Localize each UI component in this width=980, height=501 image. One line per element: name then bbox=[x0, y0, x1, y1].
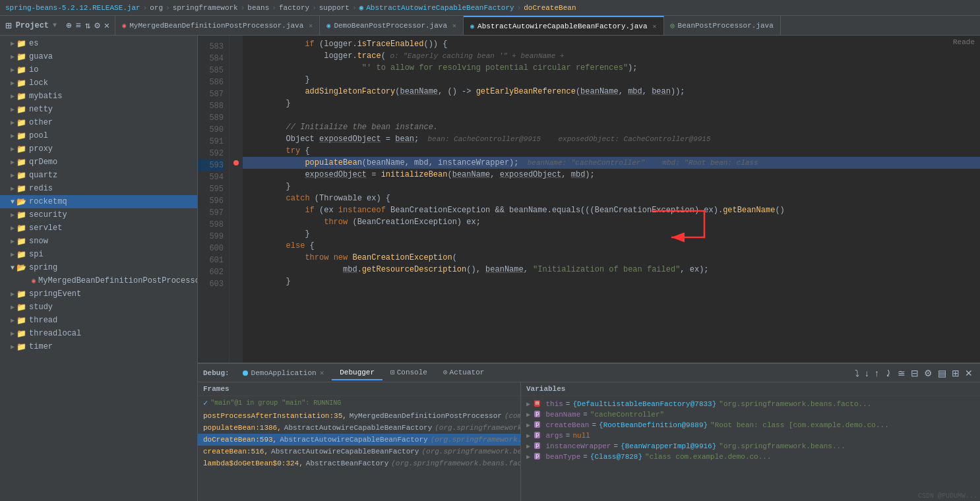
close-sidebar-btn[interactable]: ✕ bbox=[104, 20, 109, 31]
tab-merged-close[interactable]: ✕ bbox=[309, 22, 313, 30]
settings-btn[interactable]: ⚙ bbox=[94, 20, 100, 31]
expand-arrow[interactable]: ▶ bbox=[526, 453, 530, 461]
tab-merged[interactable]: ◉ MyMergedBeanDefinitionPostProcessor.ja… bbox=[115, 16, 320, 35]
folder-icon: 📁 bbox=[16, 237, 26, 247]
folder-icon: 📁 bbox=[16, 223, 26, 233]
sidebar-item-es[interactable]: ▶ 📁 es bbox=[0, 37, 197, 50]
debug-tab-debugger[interactable]: Debugger bbox=[332, 366, 383, 380]
expand-arrow[interactable]: ▶ bbox=[526, 421, 530, 429]
frame-main[interactable]: ✓ "main"@1 in group "main": RUNNING bbox=[198, 396, 520, 410]
sidebar-item-timer[interactable]: ▶ 📁 timer bbox=[0, 340, 197, 353]
beanpost-icon: ◎ bbox=[671, 22, 675, 30]
debug-tab-actuator[interactable]: ⊙Actuator bbox=[435, 365, 492, 380]
sidebar-item-security[interactable]: ▶ 📁 security bbox=[0, 208, 197, 221]
frame-class: AbstractAutowireCapableBeanFactory bbox=[280, 436, 427, 444]
sidebar-item-rocketmq[interactable]: ▼ 📂 rocketmq bbox=[0, 195, 197, 208]
sidebar-item-threadlocal[interactable]: ▶ 📁 threadlocal bbox=[0, 327, 197, 340]
folder-icon: 📁 bbox=[16, 289, 26, 299]
code-line-598: throw (BeanCreationException) ex; bbox=[243, 216, 980, 228]
var-instancewrapper[interactable]: ▶ p instanceWrapper = {BeanWrapperImpl@9… bbox=[521, 441, 980, 452]
sidebar-item-servlet[interactable]: ▶ 📁 servlet bbox=[0, 221, 197, 235]
settings-debug-btn[interactable]: ⚙ bbox=[922, 367, 934, 380]
frame-populatebean[interactable]: populateBean:1386, AbstractAutowireCapab… bbox=[198, 422, 520, 434]
code-content[interactable]: if (logger.isTraceEnabled()) { logger.tr… bbox=[243, 36, 980, 363]
code-line-591: Object exposedObject = bean; bean: Cache… bbox=[243, 133, 980, 145]
frame-docreatebean[interactable]: doCreateBean:593, AbstractAutowireCapabl… bbox=[198, 434, 520, 446]
close-debug-btn[interactable]: ✕ bbox=[963, 367, 975, 380]
restore-layout-btn[interactable]: ⊞ bbox=[950, 367, 962, 380]
var-name: this bbox=[545, 400, 563, 408]
sidebar-item-redis[interactable]: ▶ 📁 redis bbox=[0, 182, 197, 195]
tab-demo[interactable]: ◉ DemoBeanPostProcessor.java ✕ bbox=[320, 16, 464, 35]
tab-abstract-close[interactable]: ✕ bbox=[653, 22, 657, 30]
sidebar-item-proxy[interactable]: ▶ 📁 proxy bbox=[0, 142, 197, 156]
label: MyMergedBeanDefinitionPostProcessor bbox=[38, 276, 197, 285]
app-name: DemoApplication bbox=[251, 369, 317, 377]
frame-postprocess[interactable]: postProcessAfterInstantiation:35, MyMerg… bbox=[198, 410, 520, 422]
sidebar-item-quartz[interactable]: ▶ 📁 quartz bbox=[0, 169, 197, 182]
console-icon: ⊡ bbox=[390, 368, 395, 376]
check-icon: ✓ bbox=[203, 398, 208, 408]
var-eq: = bbox=[592, 421, 596, 429]
project-dropdown[interactable]: ▼ bbox=[53, 22, 57, 29]
sidebar-item-mybatis[interactable]: ▶ 📁 mybatis bbox=[0, 90, 197, 103]
step-out-btn[interactable]: ↑ bbox=[873, 367, 881, 380]
frame-method: lambda$doGetBean$0:324, bbox=[203, 459, 303, 467]
arrow-icon: ▶ bbox=[11, 250, 15, 258]
layout-btn[interactable]: ▤ bbox=[936, 367, 948, 380]
label: io bbox=[29, 65, 38, 74]
sidebar-item-other[interactable]: ▶ 📁 other bbox=[0, 116, 197, 129]
tab-beanpost[interactable]: ◎ BeanPostProcessor.java bbox=[664, 16, 781, 35]
sidebar-item-study[interactable]: ▶ 📁 study bbox=[0, 301, 197, 314]
evaluate-btn[interactable]: ≅ bbox=[896, 367, 907, 380]
reader-mode-label: Reade bbox=[953, 38, 975, 46]
expand-arrow[interactable]: ▶ bbox=[526, 411, 530, 419]
sidebar-item-spi[interactable]: ▶ 📁 spi bbox=[0, 248, 197, 261]
folder-icon: 📁 bbox=[16, 329, 26, 339]
sidebar-item-guava[interactable]: ▶ 📁 guava bbox=[0, 50, 197, 63]
breakpoint-marker[interactable] bbox=[230, 157, 243, 169]
var-createbean[interactable]: ▶ p createBean = {RootBeanDefinition@988… bbox=[521, 420, 980, 430]
jar-label: spring-beans-5.2.12.RELEASE.jar bbox=[5, 4, 140, 12]
var-args[interactable]: ▶ p args = null bbox=[521, 430, 980, 441]
folder-icon: 📁 bbox=[16, 118, 26, 128]
sidebar-item-springevent[interactable]: ▶ 📁 springEvent bbox=[0, 287, 197, 301]
sidebar-item-io[interactable]: ▶ 📁 io bbox=[0, 63, 197, 76]
frame-pkg: (org.springframework.beans.factory.suppo… bbox=[435, 424, 520, 432]
debug-tab-console[interactable]: ⊡Console bbox=[383, 365, 435, 380]
frame-createbean[interactable]: createBean:516, AbstractAutowireCapableB… bbox=[198, 446, 520, 457]
arrow-icon: ▶ bbox=[11, 132, 15, 140]
sidebar-item-netty[interactable]: ▶ 📁 netty bbox=[0, 103, 197, 116]
expand-arrow[interactable]: ▶ bbox=[526, 432, 530, 440]
sidebar-item-snow[interactable]: ▶ 📁 snow bbox=[0, 235, 197, 248]
sidebar-item-spring[interactable]: ▼ 📂 spring bbox=[0, 261, 197, 274]
frame-lambda[interactable]: lambda$doGetBean$0:324, AbstractBeanFact… bbox=[198, 457, 520, 469]
fold-btn[interactable]: ≡ bbox=[76, 20, 81, 31]
label: lock bbox=[29, 78, 48, 88]
folder-icon: 📁 bbox=[16, 158, 26, 167]
arrow-icon: ▶ bbox=[11, 53, 15, 61]
sidebar-item-qrdemo[interactable]: ▶ 📁 qrDemo bbox=[0, 156, 197, 169]
label: security bbox=[29, 210, 67, 220]
sort-btn[interactable]: ⇅ bbox=[85, 20, 90, 31]
scope-btn[interactable]: ⊕ bbox=[66, 20, 71, 31]
tab-abstract[interactable]: ◉ AbstractAutowireCapableBeanFactory.jav… bbox=[464, 16, 664, 35]
step-into-btn[interactable]: ↓ bbox=[863, 367, 871, 380]
arrow-icon: ▶ bbox=[11, 119, 15, 127]
var-beanname[interactable]: ▶ p beanName = "cacheController" bbox=[521, 409, 980, 420]
sidebar-item-lock[interactable]: ▶ 📁 lock bbox=[0, 76, 197, 90]
step-over-btn[interactable]: ⤵ bbox=[853, 367, 861, 380]
sidebar-item-pool[interactable]: ▶ 📁 pool bbox=[0, 129, 197, 142]
label: threadlocal bbox=[29, 329, 81, 338]
var-this[interactable]: ▶ m this = {DefaultListableBeanFactory@7… bbox=[521, 399, 980, 409]
tab-demo-close[interactable]: ✕ bbox=[452, 22, 456, 30]
run-to-cursor-btn[interactable]: ⤸ bbox=[882, 367, 894, 380]
filter-btn[interactable]: ⊟ bbox=[909, 367, 921, 380]
sidebar-item-thread[interactable]: ▶ 📁 thread bbox=[0, 314, 197, 327]
app-tab-close[interactable]: ✕ bbox=[320, 368, 324, 377]
debug-app-tab[interactable]: DemoApplication ✕ bbox=[235, 366, 332, 380]
expand-arrow[interactable]: ▶ bbox=[526, 400, 530, 408]
sidebar-item-mymerged[interactable]: ◉ MyMergedBeanDefinitionPostProcessor bbox=[0, 274, 197, 287]
expand-arrow[interactable]: ▶ bbox=[526, 442, 530, 450]
var-beantype[interactable]: ▶ p beanType = {Class@7828} "class com.e… bbox=[521, 452, 980, 462]
